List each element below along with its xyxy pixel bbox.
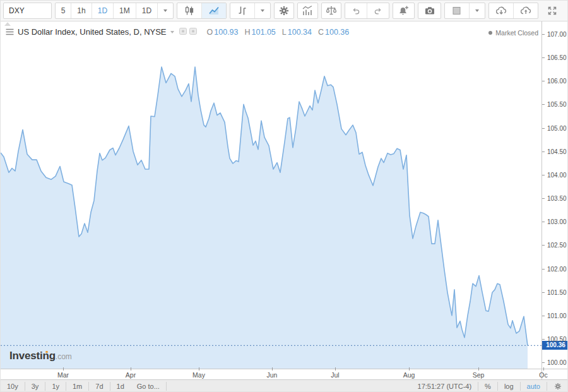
- market-status-text: Market Closed: [495, 29, 538, 37]
- y-tick-label: 107.00: [547, 31, 567, 38]
- clock-readout: 17:51:27 (UTC-4): [411, 382, 479, 391]
- y-tick-mark: [542, 245, 545, 246]
- y-tick-mark: [542, 362, 545, 363]
- ohlc-label: H: [245, 28, 251, 37]
- y-tick-label: 101.50: [547, 289, 567, 296]
- chart-canvas[interactable]: US Dollar Index, United States, D, NYSE …: [1, 21, 541, 369]
- fullscreen-button[interactable]: [541, 3, 563, 19]
- y-tick-mark: [542, 316, 545, 316]
- interval-button-0-5[interactable]: 5: [56, 3, 72, 18]
- camera-icon: [423, 4, 436, 17]
- y-tick-mark: [542, 269, 545, 270]
- compare-scales-button[interactable]: [321, 3, 341, 19]
- logo-orange-dot: [45, 351, 48, 353]
- line-chart-button[interactable]: [202, 3, 226, 18]
- ohlc-c: C100.36: [318, 28, 349, 37]
- range-button-3y[interactable]: 3y: [25, 382, 46, 391]
- candlestick-chart-button[interactable]: [177, 3, 202, 18]
- y-tick-mark: [542, 175, 545, 175]
- range-button-1m[interactable]: 1m: [66, 382, 89, 391]
- mini-frame-icon: [179, 28, 187, 35]
- market-status-dot-icon: [488, 31, 492, 35]
- percent-scale-button[interactable]: %: [478, 382, 498, 391]
- line-chart-icon: [208, 4, 220, 17]
- y-tick-mark: [542, 222, 545, 222]
- interval-button-4-1d[interactable]: 1D: [136, 3, 158, 18]
- range-button-10y[interactable]: 10y: [1, 382, 25, 391]
- y-tick-label: 100.50: [547, 336, 567, 343]
- y-tick-mark: [542, 34, 545, 35]
- log-scale-button[interactable]: log: [498, 382, 521, 391]
- x-tick-label-jun: Jun: [267, 371, 278, 379]
- y-tick-label: 103.50: [547, 195, 567, 202]
- bottom-toolbar: 10y3y1y1m7d1d Go to... 17:51:27 (UTC-4) …: [1, 379, 568, 392]
- settings-mini-button[interactable]: [189, 27, 197, 37]
- y-tick-label: 103.00: [547, 218, 567, 225]
- auto-scale-button[interactable]: auto: [521, 382, 547, 391]
- ohlc-value: 101.05: [252, 28, 276, 37]
- y-tick-label: 104.00: [547, 172, 567, 179]
- top-toolbar: DXY 51h1D1M1D: [1, 1, 568, 21]
- interval-group: 51h1D1M1D: [55, 3, 174, 19]
- settings-button[interactable]: [274, 3, 294, 19]
- y-tick-label: 104.50: [547, 148, 567, 155]
- undo-redo-group: [345, 3, 389, 19]
- range-button-7d[interactable]: 7d: [89, 382, 110, 391]
- layout-button[interactable]: [445, 3, 470, 18]
- menu-icon[interactable]: [6, 28, 14, 35]
- time-axis[interactable]: MarAprMayJunJulAugSepOc: [1, 369, 568, 379]
- ohlc-h: H101.05: [245, 28, 276, 37]
- x-tick-mark: [199, 367, 199, 371]
- snapshot-button[interactable]: [418, 3, 441, 19]
- ohlc-value: 100.34: [288, 28, 312, 37]
- investing-logo: Investing.com: [9, 350, 72, 362]
- ohlc-label: O: [207, 28, 213, 37]
- area-fill: [1, 67, 528, 369]
- indicators-button[interactable]: [297, 3, 317, 19]
- range-button-1y[interactable]: 1y: [45, 382, 66, 391]
- bottom-toolbar-right: 17:51:27 (UTC-4) % log auto: [411, 382, 568, 391]
- y-tick-mark: [542, 292, 545, 293]
- compare-group: [230, 3, 271, 19]
- ohlc-readout: O100.93H101.05L100.34C100.36: [207, 28, 356, 37]
- goto-button[interactable]: Go to...: [131, 382, 167, 391]
- style-mini-button[interactable]: [179, 27, 187, 37]
- logo-suffix: .com: [56, 352, 72, 361]
- scales-icon: [325, 4, 338, 17]
- load-chart-button[interactable]: [489, 3, 514, 18]
- save-chart-button[interactable]: [514, 3, 538, 18]
- y-tick-label: 106.00: [547, 78, 567, 85]
- price-axis[interactable]: 100.36 107.00106.50106.00105.50105.00104…: [541, 21, 568, 369]
- title-dropdown-caret[interactable]: [170, 31, 174, 33]
- y-tick-mark: [542, 57, 545, 58]
- chart-style-group: [177, 3, 227, 19]
- bottom-settings-button[interactable]: [547, 382, 568, 391]
- ohlc-value: 100.93: [214, 28, 238, 37]
- x-tick-mark: [478, 367, 479, 371]
- ohlc-label: C: [318, 28, 324, 37]
- interval-button-1-1h[interactable]: 1h: [71, 3, 92, 18]
- redo-button[interactable]: [367, 3, 389, 18]
- chart-header: US Dollar Index, United States, D, NYSE …: [6, 27, 355, 37]
- layout-icon: [451, 4, 463, 17]
- compare-dropdown-button[interactable]: [255, 3, 270, 18]
- x-tick-mark: [543, 367, 544, 371]
- alert-button[interactable]: [393, 3, 415, 19]
- collapse-toolbar-arrow[interactable]: [4, 22, 11, 26]
- ohlc-o: O100.93: [207, 28, 239, 37]
- x-tick-label-mar: Mar: [57, 371, 69, 379]
- ohlc-l: L100.34: [282, 28, 312, 37]
- y-tick-mark: [542, 104, 545, 105]
- layout-dropdown-button[interactable]: [470, 3, 485, 18]
- symbol-input[interactable]: DXY: [3, 3, 52, 19]
- interval-button-3-1m[interactable]: 1M: [114, 3, 136, 18]
- y-tick-label: 102.00: [547, 266, 567, 273]
- range-button-1d[interactable]: 1d: [110, 382, 131, 391]
- layout-select-group: [444, 3, 485, 19]
- x-tick-mark: [335, 367, 336, 371]
- compare-button[interactable]: [230, 3, 255, 18]
- undo-button[interactable]: [345, 3, 367, 18]
- interval-dropdown-button[interactable]: [158, 3, 173, 18]
- cloud-group: [488, 3, 538, 19]
- interval-button-2-1d[interactable]: 1D: [92, 3, 114, 18]
